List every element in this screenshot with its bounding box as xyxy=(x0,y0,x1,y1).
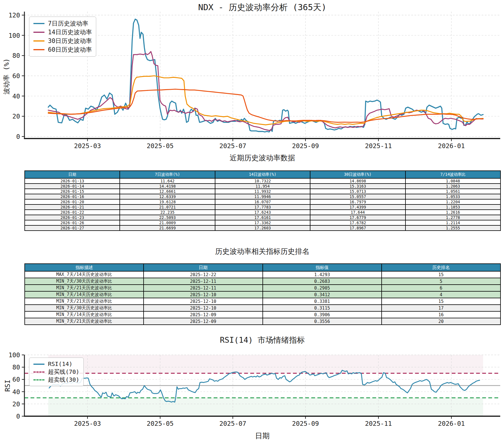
table-cell: 2025-12-10 xyxy=(144,305,262,311)
x-tick-label: 2025-05 xyxy=(147,142,174,150)
table-cell: MIN_7天/21天历史波动率比 xyxy=(25,285,144,291)
table-cell: 1.2778 xyxy=(405,215,501,220)
table-cell: 11.9946 xyxy=(215,194,310,199)
table-cell: 2025-12-10 xyxy=(144,298,262,305)
table-cell: 0.3412 xyxy=(263,291,382,298)
table-cell: 2025-12-09 xyxy=(144,318,262,325)
table-header-row: 日期7日波动率(%)14日波动率(%)30日波动率(%)7/14波动率比 xyxy=(25,171,501,178)
column-header: 指标描述 xyxy=(25,264,144,271)
table-cell: 1.2616 xyxy=(405,210,501,215)
table-row: MIN_7天/30天历史波动率比2025-12-100.311517 xyxy=(25,305,501,311)
legend-label: 60日历史波动率 xyxy=(48,45,92,54)
x-tick-label: 2025-11 xyxy=(365,420,392,427)
table-cell: 22.5093 xyxy=(120,215,215,220)
column-header: 14日波动率(%) xyxy=(215,171,310,178)
y-tick-label: 20 xyxy=(12,401,20,408)
column-header: 日期 xyxy=(144,264,262,271)
x-tick-label: 2025-03 xyxy=(74,420,101,427)
legend-line-swatch xyxy=(33,23,44,24)
table-cell: 2025-12-09 xyxy=(144,311,262,318)
legend-item: 30日历史波动率 xyxy=(33,37,92,45)
indicator-ranking-table: 指标描述日期指标值历史排名 MAX_7天/14天历史波动率比2025-12-22… xyxy=(24,263,501,325)
legend-line-swatch xyxy=(33,40,44,42)
recent-volatility-table-body: 2026-01-1311.64210.732214.86981.08482026… xyxy=(25,178,501,231)
table-row: MIN_7天/14天历史波动率比2025-12-090.390616 xyxy=(25,311,501,318)
column-header: 30日波动率(%) xyxy=(310,171,405,178)
legend-item: 超卖线(30) xyxy=(33,376,79,384)
table-row: MIN_7天/21天历史波动率比2025-12-100.338115 xyxy=(25,298,501,305)
table-cell: 12.6661 xyxy=(120,189,215,194)
table-row: 2026-01-2019.612816.070716.79791.2204 xyxy=(25,199,501,204)
recent-volatility-table: 日期7日波动率(%)14日波动率(%)30日波动率(%)7/14波动率比 202… xyxy=(24,170,501,231)
legend-label: 14日历史波动率 xyxy=(48,28,92,37)
table-cell: 1.4293 xyxy=(263,271,382,278)
table-row: MAX_7天/14天历史波动率比2025-12-221.429315 xyxy=(25,271,501,278)
legend-line-swatch xyxy=(33,364,44,365)
table-row: 2026-01-1612.633911.994615.05571.0533 xyxy=(25,194,501,199)
legend-line-swatch xyxy=(33,49,44,50)
table-row: 2026-01-2721.669917.260317.89671.2555 xyxy=(25,225,501,231)
table-cell: 17.7783 xyxy=(215,204,310,210)
legend-line-swatch xyxy=(33,32,44,33)
table-cell: 21.0721 xyxy=(120,204,215,210)
legend-item: 7日历史波动率 xyxy=(33,19,92,28)
table-cell: 5 xyxy=(382,278,501,285)
rsi-x-axis-label: 日期 xyxy=(24,431,500,440)
column-header: 历史排名 xyxy=(382,264,501,271)
table-cell: 2025-12-11 xyxy=(144,285,262,291)
column-header: 指标值 xyxy=(263,264,382,271)
table-cell: 22.235 xyxy=(120,210,215,215)
table-cell: 20 xyxy=(382,318,501,325)
table-cell: 1.2063 xyxy=(405,184,501,189)
x-tick-label: 2026-01 xyxy=(438,142,465,150)
table-cell: 17.6782 xyxy=(310,220,405,225)
table-cell: MAX_7天/14天历史波动率比 xyxy=(25,271,144,278)
table-cell: 21.0009 xyxy=(120,220,215,225)
legend-label: 30日历史波动率 xyxy=(48,37,92,45)
ranking-table-title: 历史波动率相关指标历史排名 xyxy=(24,247,500,256)
table-cell: MIN_7天/21天历史波动率比 xyxy=(25,318,144,325)
table-cell: 14.8698 xyxy=(310,178,405,184)
legend-item: RSI(14) xyxy=(33,360,79,368)
legend-item: 60日历史波动率 xyxy=(33,45,92,54)
x-tick-label: 2026-01 xyxy=(438,420,465,427)
table-cell: 17.2603 xyxy=(215,225,310,231)
table-row: MIN_7天/30天历史波动率比2025-12-110.26835 xyxy=(25,278,501,285)
recent-table-caption: 近期历史波动率数据 xyxy=(24,153,500,163)
table-cell: 2026-01-23 xyxy=(25,215,120,220)
rsi-chart-title: RSI(14) 市场情绪指标 xyxy=(24,335,500,345)
table-cell: 10.7322 xyxy=(215,178,310,184)
table-cell: MIN_7天/30天历史波动率比 xyxy=(25,278,144,285)
legend-line-swatch xyxy=(33,371,44,373)
volatility-dashboard: { "header": { "title": "NDX - 历史波动率分析 (3… xyxy=(0,0,504,440)
table-cell: 0.3381 xyxy=(263,298,382,305)
x-tick-label: 2025-03 xyxy=(74,142,101,150)
table-cell: 2026-01-13 xyxy=(25,178,120,184)
y-tick-label: 100 xyxy=(8,351,20,359)
table-cell: 2026-01-26 xyxy=(25,220,120,225)
table-cell: 1.2114 xyxy=(405,220,501,225)
table-cell: 0.2905 xyxy=(263,285,382,291)
y-tick-label: 120 xyxy=(8,12,20,19)
y-tick-label: 40 xyxy=(12,388,20,396)
indicator-ranking-table-header: 指标描述日期指标值历史排名 xyxy=(25,264,501,271)
table-cell: 2026-01-14 xyxy=(25,184,120,189)
table-row: 2026-01-2121.072117.778317.43991.1853 xyxy=(25,204,501,210)
table-row: 2026-01-1512.666111.993215.07131.0561 xyxy=(25,189,501,194)
volatility-y-axis-label: 波动率 (%) xyxy=(2,60,11,95)
shaded-band xyxy=(48,355,483,373)
y-tick-label: 60 xyxy=(12,72,20,80)
y-tick-label: 0 xyxy=(16,413,20,420)
table-cell: 15.0713 xyxy=(310,189,405,194)
legend-item: 超买线(70) xyxy=(33,368,79,376)
legend-label: 超买线(70) xyxy=(48,368,79,376)
y-tick-label: 20 xyxy=(12,113,20,120)
table-cell: 1.0561 xyxy=(405,189,501,194)
legend-label: 超卖线(30) xyxy=(48,376,79,384)
table-cell: MIN_7天/30天历史波动率比 xyxy=(25,305,144,311)
table-cell: 17.6161 xyxy=(215,215,310,220)
series-line xyxy=(48,76,483,125)
shaded-band xyxy=(48,398,483,416)
legend-item: 14日历史波动率 xyxy=(33,28,92,37)
table-cell: 2025-12-11 xyxy=(144,278,262,285)
